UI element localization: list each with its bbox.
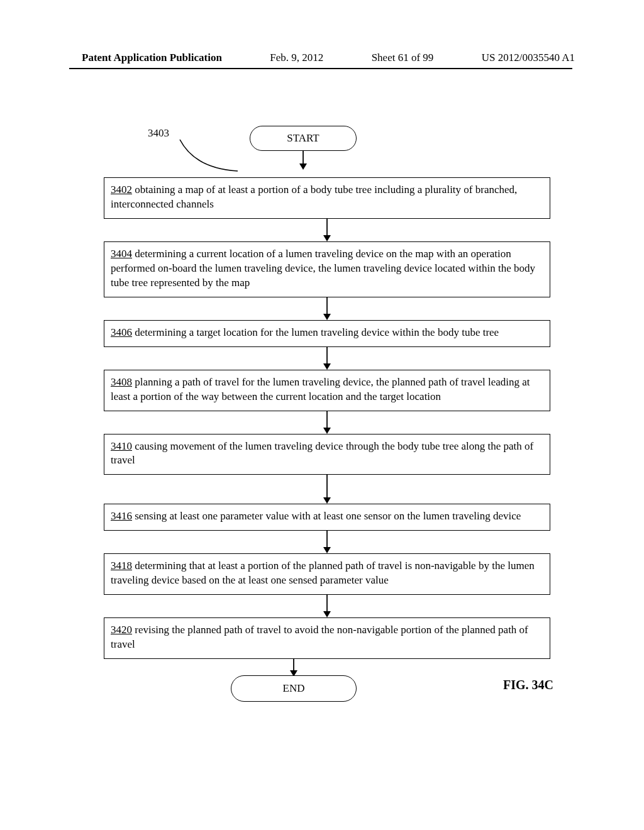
flow-step: 3408 planning a path of travel for the l… [104, 370, 550, 411]
svg-marker-11 [323, 497, 331, 504]
arrow-icon [322, 595, 332, 617]
arrow-icon [322, 531, 332, 553]
header-sheet: Sheet 61 of 99 [372, 52, 434, 64]
arrow-icon [322, 411, 332, 434]
step-text: determining that at least a portion of t… [111, 560, 535, 586]
step-number: 3416 [111, 510, 132, 522]
connector [104, 297, 550, 320]
flow-step: 3420 revising the planned path of travel… [104, 617, 550, 659]
start-terminator: START [250, 126, 357, 151]
svg-marker-1 [299, 163, 307, 170]
step-number: 3406 [111, 326, 132, 338]
step-number: 3404 [111, 248, 132, 260]
arrow-icon [322, 347, 332, 370]
connector [104, 411, 550, 434]
svg-marker-3 [323, 235, 331, 241]
header-rule [69, 68, 572, 69]
flow-step: 3404 determining a current location of a… [104, 241, 550, 297]
svg-marker-13 [323, 547, 331, 553]
arrow-icon [322, 475, 332, 504]
start-row: 3403 START [104, 126, 550, 170]
connector [104, 595, 550, 617]
connector [104, 531, 550, 553]
figure-label: FIG. 34C [503, 678, 553, 692]
flow-step: 3402 obtaining a map of at least a porti… [104, 177, 550, 219]
header-date: Feb. 9, 2012 [270, 52, 323, 64]
connector [104, 347, 550, 370]
step-number: 3410 [111, 440, 132, 452]
svg-marker-15 [323, 611, 331, 617]
start-label: START [287, 132, 319, 145]
step-text: sensing at least one parameter value wit… [132, 510, 521, 522]
end-row: END FIG. 34C [104, 659, 550, 709]
arrow-icon [322, 297, 332, 320]
header-pubno: US 2012/0035540 A1 [482, 52, 575, 64]
header-publication: Patent Application Publication [82, 52, 222, 64]
end-label: END [283, 682, 305, 695]
flow-step: 3406 determining a target location for t… [104, 320, 550, 347]
ref-leader-line [176, 138, 245, 174]
arrow-icon [322, 219, 332, 241]
flow-step: 3410 causing movement of the lumen trave… [104, 434, 550, 475]
step-text: determining a target location for the lu… [132, 326, 499, 338]
svg-marker-7 [323, 363, 331, 370]
arrow-icon [289, 659, 299, 677]
page-header: Patent Application Publication Feb. 9, 2… [0, 52, 644, 64]
flowchart: 3403 START 3402 obtaining a map of at le… [104, 126, 550, 709]
flow-step: 3416 sensing at least one parameter valu… [104, 504, 550, 531]
ref-number: 3403 [148, 127, 169, 140]
step-number: 3420 [111, 624, 132, 636]
step-number: 3418 [111, 560, 132, 572]
connector [104, 219, 550, 241]
arrow-icon [298, 151, 308, 170]
step-text: planning a path of travel for the lumen … [111, 376, 530, 402]
step-text: determining a current location of a lume… [111, 248, 535, 289]
svg-marker-9 [323, 428, 331, 434]
step-text: obtaining a map of at least a portion of… [111, 184, 517, 210]
end-terminator: END [231, 675, 357, 702]
step-number: 3408 [111, 376, 132, 388]
flow-step: 3418 determining that at least a portion… [104, 553, 550, 595]
connector [104, 475, 550, 504]
step-text: revising the planned path of travel to a… [111, 624, 528, 650]
step-text: causing movement of the lumen traveling … [111, 440, 533, 467]
svg-marker-5 [323, 314, 331, 320]
step-number: 3402 [111, 184, 132, 196]
